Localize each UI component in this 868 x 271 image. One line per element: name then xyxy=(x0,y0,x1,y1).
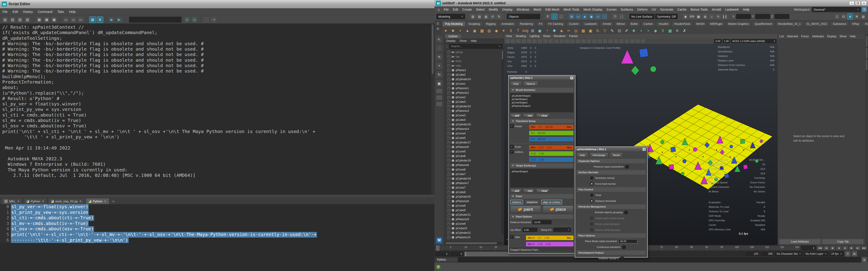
shelf-tab-fx[interactable]: FX xyxy=(536,21,545,26)
expand-icon[interactable]: + xyxy=(447,132,450,135)
command-history-icon[interactable]: ≣ xyxy=(862,257,867,263)
selection-mask-field[interactable]: Objects xyxy=(507,14,540,19)
sequence-toggle[interactable]: sequence xyxy=(525,200,539,204)
green-shelf-3-icon[interactable]: ◗ xyxy=(645,28,651,34)
outliner-item-pPlatonic3[interactable]: + pPlatonic3 xyxy=(444,109,504,113)
outliner-item-pPlatonic9[interactable]: + pPlatonic9 xyxy=(444,217,504,222)
activate-objects-grouping-checkbox[interactable]: Activate objects grouping xyxy=(577,210,646,215)
close-tab-icon[interactable]: ✕ xyxy=(42,200,44,203)
se-input-line[interactable]: 5 print('\n\t'·+·sl_cti·+·'\n\t·'·+·sl_m… xyxy=(0,232,434,238)
shelf-tab-sculpting[interactable]: Sculpting xyxy=(466,21,483,26)
auto-keyframe-icon[interactable]: ⚿ xyxy=(845,251,850,257)
se-input-line[interactable]: 2 sl_cti·=·cmds.about(cti·=·True) xyxy=(0,215,434,221)
outliner-item-pCone7[interactable]: + pCone7 xyxy=(444,185,504,190)
slider-row[interactable]: 0.101.00 xyxy=(529,151,574,156)
expand-icon[interactable]: + xyxy=(447,64,450,67)
range-start-field[interactable]: 1 xyxy=(450,251,463,256)
force-hard-normal-radio[interactable]: Force hard normal xyxy=(577,181,646,186)
expand-icon[interactable]: + xyxy=(447,213,450,216)
maya-menu-create[interactable]: Create xyxy=(460,8,474,11)
shadows-icon[interactable] xyxy=(608,39,613,43)
cone-icon[interactable]: ▲ xyxy=(464,28,471,34)
go-to-start-button[interactable]: |◀◀ xyxy=(817,245,823,250)
safe-title-icon[interactable] xyxy=(576,39,581,43)
grid-fill-icon[interactable]: ▦ xyxy=(580,28,586,34)
new-mel-tab-icon[interactable]: ▦ xyxy=(43,16,50,23)
se-tab-1[interactable]: Python ✕ xyxy=(23,198,47,204)
viewport-menu-panels[interactable]: Panels xyxy=(567,35,580,38)
anti-aliasing-icon[interactable] xyxy=(624,39,629,43)
move-tool-icon[interactable]: + xyxy=(436,62,443,69)
animation-start-field[interactable]: 1 xyxy=(435,251,449,256)
outliner-vscrollbar[interactable] xyxy=(501,50,504,234)
outliner-item-pCylinder21[interactable]: + pCylinder21 xyxy=(444,212,504,217)
expand-icon[interactable]: + xyxy=(447,87,450,90)
expand-icon[interactable]: + xyxy=(447,82,450,86)
resolution-gate-icon[interactable] xyxy=(554,39,559,43)
character-set-selector[interactable]: No Character Set▼ xyxy=(775,251,803,256)
outliner-item-pCube6[interactable]: + pCube6 xyxy=(444,154,504,158)
expand-icon[interactable]: + xyxy=(447,146,450,148)
field-chart-icon[interactable] xyxy=(565,39,569,43)
expand-icon[interactable]: + xyxy=(447,69,450,72)
geometry-normal-radio[interactable]: Geometry normal xyxy=(577,175,646,180)
maya-menu-generate[interactable]: Generate xyxy=(658,8,675,11)
show-input-pane-icon[interactable]: ▭ xyxy=(70,16,76,23)
render-icon[interactable]: ◉ xyxy=(682,13,688,20)
rem-button[interactable]: −rem xyxy=(523,113,534,118)
gamma-field[interactable]: 1.00 xyxy=(723,39,730,43)
expand-icon[interactable]: + xyxy=(447,105,450,108)
shelf-tab-rendering[interactable]: Rendering xyxy=(517,21,536,26)
se-menu-help[interactable]: Help xyxy=(66,10,78,13)
restore-button[interactable]: ❒ xyxy=(855,1,861,5)
outliner-item-pCylinder18[interactable]: + pCylinder18 xyxy=(444,158,504,163)
viewport-menu-view[interactable]: View xyxy=(504,35,514,38)
maya-menu-windows[interactable]: Windows xyxy=(515,8,531,11)
maya-menu-laubwerk[interactable]: Laubwerk xyxy=(723,8,741,11)
shelf-tab-renderman-24-1[interactable]: RenderMan_24_1 xyxy=(775,21,803,26)
y-input[interactable] xyxy=(755,14,770,19)
outliner-item-pCube7[interactable]: + pCube7 xyxy=(444,172,504,176)
outliner-item-pPlatonic2[interactable]: + pPlatonic2 xyxy=(444,91,504,95)
joint-icon[interactable]: ◉ xyxy=(537,28,543,34)
maya-menu-edit-mesh[interactable]: Edit Mesh xyxy=(543,8,561,11)
disc-icon[interactable]: ◍ xyxy=(486,28,492,34)
expand-icon[interactable]: + xyxy=(447,155,450,158)
expand-icon[interactable]: + xyxy=(447,204,450,207)
shelf-tab-substance[interactable]: Substance xyxy=(830,21,849,26)
save-scene-icon[interactable]: ▥ xyxy=(483,13,489,20)
paint-button[interactable]: paint xyxy=(510,205,541,213)
edit-point-icon[interactable]: ⊡ xyxy=(616,28,622,34)
fill-icon[interactable] xyxy=(581,39,586,43)
motion-blur-icon[interactable] xyxy=(619,39,624,43)
shelf-tab-bullet[interactable]: Bullet xyxy=(628,21,640,26)
camera-attributes-icon[interactable] xyxy=(516,39,521,43)
shelf-options[interactable]: ☰ ⚙ xyxy=(434,21,441,36)
attribute-editor-icon[interactable]: ≣ xyxy=(847,13,853,20)
section-header[interactable]: ▼Brush Geometry xyxy=(510,88,574,92)
undo-icon[interactable]: ↺ xyxy=(490,13,495,20)
live-surface-field[interactable]: No Live Surface xyxy=(629,14,654,19)
outliner-tab[interactable]: Outliner xyxy=(444,34,504,38)
shelf-tab-fx-caching[interactable]: FX Caching xyxy=(546,21,566,26)
lock-selection-icon[interactable]: ⚿ xyxy=(612,13,618,20)
outliner-item-pCube3[interactable]: + pCube3 xyxy=(444,100,504,104)
shelf-tab-bifrost[interactable]: Bifrost xyxy=(614,21,627,26)
workspace-selector[interactable]: General* ▼ xyxy=(812,7,861,12)
expand-icon[interactable]: + xyxy=(447,223,450,225)
maya-menu-deform[interactable]: Deform xyxy=(635,8,650,11)
outliner-item-pPlane1[interactable]: + pPlane1 xyxy=(444,68,504,72)
modeling-toolkit-icon[interactable]: ⬡ xyxy=(834,13,840,20)
current-frame-field[interactable]: 1 xyxy=(802,245,816,250)
maya-menu-arnold[interactable]: Arnold xyxy=(710,8,723,11)
show-line-numbers-icon[interactable]: ≣ xyxy=(97,16,103,23)
green-shelf-7-icon[interactable]: ✲ xyxy=(674,28,680,34)
close-button[interactable]: × xyxy=(861,1,867,5)
layout-four-pane-button[interactable] xyxy=(436,95,442,100)
command-line-language-toggle[interactable]: Python xyxy=(435,257,458,262)
script-editor-titlebar[interactable]: M Script Editor xyxy=(0,0,434,8)
tool-settings-icon[interactable]: ⚒ xyxy=(854,13,860,20)
helix-icon[interactable]: § xyxy=(508,28,514,34)
place-mode-rotate-increment-field[interactable]: 45.00 xyxy=(618,239,638,243)
outliner-item-side[interactable]: + side xyxy=(444,64,504,68)
